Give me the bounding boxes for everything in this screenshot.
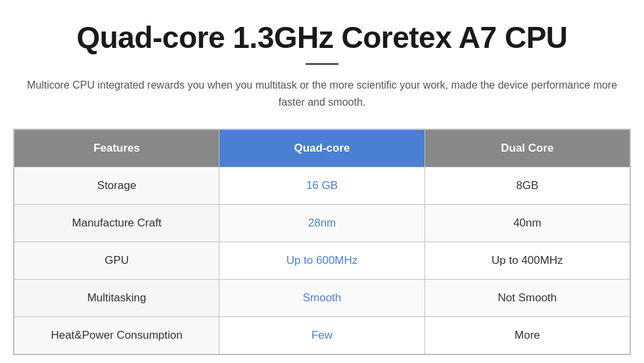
- header-features: Features: [14, 129, 219, 167]
- quad-value: Up to 600MHz: [219, 242, 425, 280]
- feature-label: Multitasking: [14, 280, 219, 317]
- table-header-row: Features Quad-core Dual Core: [14, 129, 630, 167]
- title-divider: [306, 63, 338, 65]
- page-title: Quad-core 1.3GHz Coretex A7 CPU: [76, 20, 567, 55]
- header-quadcore: Quad-core: [219, 129, 425, 167]
- page-subtitle: Multicore CPU integrated rewards you whe…: [26, 77, 618, 110]
- table-row: Manufacture Craft28nm40nm: [14, 205, 630, 242]
- feature-label: GPU: [14, 242, 219, 280]
- quad-value: Few: [219, 317, 425, 355]
- feature-label: Storage: [14, 167, 219, 205]
- dual-value: More: [425, 317, 630, 355]
- feature-label: Heat&Power Consumption: [14, 317, 219, 355]
- table-row: Storage16 GB8GB: [14, 167, 630, 205]
- dual-value: 40nm: [425, 205, 630, 242]
- dual-value: 8GB: [425, 167, 630, 205]
- quad-value: 28nm: [219, 205, 425, 242]
- feature-label: Manufacture Craft: [14, 205, 219, 242]
- dual-value: Not Smooth: [425, 280, 630, 317]
- table-row: GPUUp to 600MHzUp to 400MHz: [14, 242, 630, 280]
- table-row: Heat&Power ConsumptionFewMore: [14, 317, 630, 355]
- comparison-table: Features Quad-core Dual Core Storage16 G…: [13, 129, 631, 355]
- quad-value: 16 GB: [219, 167, 425, 205]
- quad-value: Smooth: [219, 280, 425, 317]
- table-row: MultitaskingSmoothNot Smooth: [14, 280, 630, 317]
- header-dualcore: Dual Core: [425, 129, 630, 167]
- dual-value: Up to 400MHz: [425, 242, 630, 280]
